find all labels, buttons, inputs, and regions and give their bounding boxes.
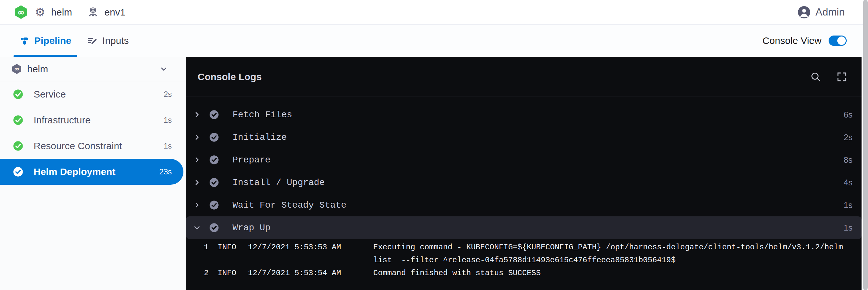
environment-icon <box>88 7 98 18</box>
success-check-icon <box>13 141 23 151</box>
sidebar-step-duration: 1s <box>164 116 172 125</box>
chevron-right-icon[interactable] <box>193 111 201 119</box>
console-step-row[interactable]: Install / Upgrade 4s <box>186 171 862 194</box>
sidebar-step-duration: 2s <box>164 90 172 99</box>
console-view-control: Console View <box>763 35 847 46</box>
harness-logo-icon: ∞ <box>15 5 27 19</box>
chevron-right-icon[interactable] <box>193 133 201 141</box>
sidebar-step-row[interactable]: Helm Deployment 23s <box>0 159 183 185</box>
console-step-row[interactable]: Fetch Files 6s <box>186 103 862 126</box>
console-step-name: Fetch Files <box>232 110 292 120</box>
sidebar-step-name: Resource Constraint <box>34 140 122 152</box>
console-step-duration: 6s <box>844 110 852 120</box>
success-check-icon <box>13 89 23 99</box>
console-step-row[interactable]: Wait For Steady State 1s <box>186 194 862 216</box>
success-check-icon <box>209 178 219 187</box>
tab-inputs-label: Inputs <box>102 35 129 46</box>
console-view-label: Console View <box>763 35 822 46</box>
success-check-icon <box>209 155 219 165</box>
user-menu[interactable]: Admin <box>798 6 845 19</box>
chevron-right-icon[interactable] <box>193 156 201 164</box>
success-check-icon <box>13 115 23 125</box>
sidebar-step-duration: 23s <box>159 167 172 176</box>
log-timestamp: 12/7/2021 5:53:54 AM <box>248 267 373 280</box>
console-step-name: Prepare <box>232 155 271 165</box>
console-step-name: Install / Upgrade <box>232 178 325 188</box>
toggle-knob <box>837 36 846 45</box>
log-line: 2 INFO 12/7/2021 5:53:54 AM Command fini… <box>186 267 862 280</box>
success-check-icon <box>13 167 23 177</box>
console-panel: Console Logs <box>186 57 862 290</box>
tab-inputs[interactable]: Inputs <box>88 25 129 57</box>
success-check-icon <box>209 200 219 210</box>
execution-sidebar: ∞ helm Service 2s <box>0 57 186 290</box>
success-check-icon <box>209 223 219 232</box>
console-step-name: Wrap Up <box>232 223 271 233</box>
console-step-list: Fetch Files 6s Initialize 2s <box>186 97 862 239</box>
log-line: 1 INFO 12/7/2021 5:53:53 AM Executing co… <box>186 241 862 267</box>
chevron-right-icon[interactable] <box>193 224 201 231</box>
log-viewer: 1 INFO 12/7/2021 5:53:53 AM Executing co… <box>186 239 862 280</box>
stage-hexagon-icon: ∞ <box>12 64 21 74</box>
success-check-icon <box>209 110 219 120</box>
console-view-toggle[interactable] <box>829 35 847 46</box>
console-header: Console Logs <box>186 57 862 97</box>
chevron-right-icon[interactable] <box>193 179 201 186</box>
main-area: ∞ helm Service 2s <box>0 57 868 290</box>
sidebar-step-name: Helm Deployment <box>34 166 115 177</box>
console-step-duration: 4s <box>844 178 852 188</box>
log-level: INFO <box>209 267 248 280</box>
console-step-duration: 8s <box>844 155 852 165</box>
log-message: Executing command - KUBECONFIG=${KUBECON… <box>373 241 862 267</box>
stage-name: helm <box>27 64 48 74</box>
page-scrollbar <box>863 0 868 290</box>
console-step-duration: 1s <box>844 200 852 210</box>
search-icon[interactable] <box>810 71 822 83</box>
tab-bar: Pipeline Inputs Console View <box>0 25 868 57</box>
breadcrumb: ∞ ⚙ helm env1 <box>15 5 125 19</box>
log-line-number: 2 <box>186 267 209 280</box>
log-level: INFO <box>209 241 248 267</box>
environment-label[interactable]: env1 <box>104 7 125 18</box>
console-step-row[interactable]: Wrap Up 1s <box>186 216 862 239</box>
pencil-lines-icon <box>88 36 97 45</box>
pipeline-icon <box>20 36 29 45</box>
console-step-name: Initialize <box>232 132 287 142</box>
console-step-duration: 2s <box>844 132 852 142</box>
sidebar-step-list: Service 2s Infrastructure 1s Resource Co… <box>0 82 186 185</box>
scrollbar-thumb[interactable] <box>863 0 868 290</box>
log-line-number: 1 <box>186 241 209 267</box>
log-message: Command finished with status SUCCESS <box>373 267 862 280</box>
console-step-duration: 1s <box>844 223 852 233</box>
console-title: Console Logs <box>197 71 261 82</box>
chevron-right-icon[interactable] <box>193 201 201 209</box>
sidebar-step-row[interactable]: Infrastructure 1s <box>0 107 186 133</box>
sidebar-step-row[interactable]: Resource Constraint 1s <box>0 133 186 159</box>
project-label[interactable]: helm <box>51 7 72 18</box>
fullscreen-icon[interactable] <box>836 71 847 82</box>
chevron-down-icon[interactable] <box>159 65 168 73</box>
stage-header[interactable]: ∞ helm <box>0 57 186 82</box>
sidebar-step-row[interactable]: Service 2s <box>0 82 186 107</box>
user-avatar-icon <box>798 6 810 19</box>
app-screen: ∞ ⚙ helm env1 <box>0 0 868 290</box>
success-check-icon <box>209 132 219 142</box>
sidebar-step-duration: 1s <box>164 141 172 151</box>
console-step-row[interactable]: Initialize 2s <box>186 126 862 149</box>
top-bar: ∞ ⚙ helm env1 <box>0 0 868 25</box>
tab-pipeline[interactable]: Pipeline <box>20 25 71 57</box>
sidebar-step-name: Service <box>34 89 66 100</box>
user-name: Admin <box>815 6 845 18</box>
gear-icon[interactable]: ⚙ <box>35 6 45 18</box>
console-step-row[interactable]: Prepare 8s <box>186 149 862 171</box>
console-step-name: Wait For Steady State <box>232 200 346 210</box>
tab-pipeline-label: Pipeline <box>34 35 71 46</box>
sidebar-step-name: Infrastructure <box>34 115 91 126</box>
log-timestamp: 12/7/2021 5:53:53 AM <box>248 241 373 267</box>
